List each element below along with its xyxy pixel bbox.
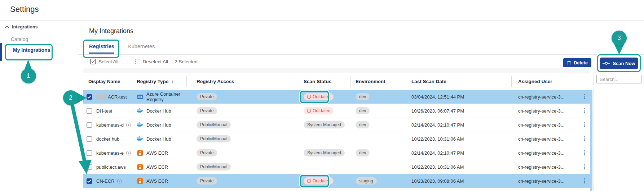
assigned-user: cn-registry-service-3... [518,164,565,170]
tab-registries[interactable]: Registries [89,44,114,54]
row-checkbox[interactable] [87,150,92,156]
delete-label: Delete [574,60,588,65]
cell-registry-type: Azure Container Registry [131,90,186,104]
col-header-scan-status[interactable]: Scan Status [298,73,350,90]
scan-status-outdated-badge: Outdated [304,93,334,100]
section-heading: My Integrations [89,27,133,35]
cell-environment: staging [350,174,406,188]
kebab-menu-icon[interactable] [582,177,587,185]
selection-toolbar: Select All Deselect All 2 Selected [90,59,198,64]
table-row[interactable]: ACR-testAzure Container RegistryPrivateO… [83,90,592,104]
row-checkbox[interactable] [87,122,92,128]
last-scan-date: 10/26/2023, 06:07:47 PM [411,108,464,114]
environment-badge: dev [356,149,370,156]
scan-status-outdated-badge: Outdated [304,107,334,114]
cell-assigned-user: cn-registry-service-3... [511,118,577,132]
display-name: CN-ECR [96,178,115,184]
col-header-last-scan-date[interactable]: Last Scan Date [406,73,511,90]
sidebar-divider [78,21,78,191]
table-top-band [83,68,590,73]
kebab-menu-icon[interactable] [582,93,587,101]
row-checkbox[interactable] [87,164,92,170]
scan-now-button[interactable]: Scan Now [600,58,638,69]
callout-step-3: 3 [612,31,627,46]
kebab-menu-icon[interactable] [582,107,587,115]
table-body: ACR-testAzure Container RegistryPrivateO… [83,90,592,188]
environment-badge: staging [356,177,377,185]
registry-type-label: AWS ECR [146,164,168,170]
cell-registry-type: AWS ECR [131,146,186,160]
sidebar-section-integrations[interactable]: Integrations [5,24,38,29]
display-name: ACR-test [108,94,127,100]
cell-assigned-user: cn-registry-service-3... [511,104,577,118]
cell-display-name: kubernetes-ecr...i [83,146,131,160]
cell-registry-type: AWS ECR [131,160,186,174]
info-icon[interactable]: i [126,123,131,127]
row-checkbox[interactable] [87,94,92,100]
kebab-menu-icon[interactable] [582,121,587,129]
cell-registry-access: Private [186,90,298,104]
deselect-all-button[interactable]: Deselect All [135,59,168,64]
kebab-menu-icon[interactable] [582,163,587,171]
col-header-display-name[interactable]: Display Name [83,73,131,90]
outdated-icon [307,179,311,183]
registry-access-badge: Public/Manual [197,135,231,142]
col-header-actions [577,73,592,90]
cell-environment: dev [350,104,406,118]
cell-registry-access: Private [186,104,298,118]
display-name: DH-test [96,108,112,114]
assigned-user: cn-registry-service-3... [518,94,565,100]
cell-display-name: docker hub [83,132,131,146]
col-header-registry-type[interactable]: Registry Type↑ [131,73,186,90]
kebab-menu-icon[interactable] [582,149,587,157]
table-header-row: Display Name Registry Type↑ Registry Acc… [83,73,592,90]
cell-display-name: public.ecr.aws [83,160,131,174]
delete-button[interactable]: Delete [563,58,591,67]
cell-scan-status [298,160,350,174]
cell-last-scan-date: 10/22/2023, 10:31:06 AM [406,160,511,174]
table-row[interactable]: kubernetes-do...iDocker HubPublic/Manual… [83,118,592,132]
kebab-menu-icon[interactable] [582,135,587,143]
table-row[interactable]: kubernetes-ecr...iAWS ECRPrivateSystem-M… [83,146,592,160]
col-header-assigned-user[interactable]: Assigned User [511,73,577,90]
assigned-user: cn-registry-service-3... [518,136,565,142]
scan-status-badge: System-Managed [304,121,345,128]
outdated-icon [307,95,311,99]
environment-badge: dev [356,107,370,114]
info-icon[interactable]: i [126,151,131,155]
cell-registry-access: Private [186,174,298,188]
col-header-registry-access[interactable]: Registry Access [186,73,298,90]
col-header-environment[interactable]: Environment [350,73,406,90]
search-input[interactable] [596,75,642,83]
registry-access-badge: Private [197,177,217,185]
cell-last-scan-date: 02/14/2024, 02:10:47 PM [406,118,511,132]
cell-scan-status: Outdated [298,104,350,118]
last-scan-date: 10/22/2023, 10:31:06 AM [411,164,464,170]
row-checkbox[interactable] [87,108,92,114]
cell-assigned-user: cn-registry-service-3... [511,146,577,160]
row-checkbox[interactable] [87,136,92,142]
assigned-user: cn-registry-service-3... [518,178,565,184]
vertical-scrollbar[interactable] [590,91,592,191]
last-scan-date: 03/04/2024, 12:51:44 PM [411,94,464,100]
sort-asc-icon[interactable]: ↑ [171,79,174,84]
sidebar-item-my-integrations[interactable]: My Integrations [13,47,50,53]
select-all-button[interactable]: Select All [90,59,119,64]
tab-kubernetes[interactable]: Kubernetes [128,44,155,54]
environment-badge: dev [356,121,370,128]
cell-last-scan-date: 02/14/2024, 02:10:47 PM [406,146,511,160]
table-row[interactable]: DH-testDocker HubPrivateOutdateddev10/26… [83,104,592,118]
aws-ecr-icon [137,150,144,156]
scan-now-label: Scan Now [613,61,635,66]
cell-registry-access: Public/Manual [186,118,298,132]
registry-type-label: Docker Hub [146,108,171,114]
scan-icon [603,62,610,65]
cell-environment [350,160,406,174]
sidebar-item-catalog[interactable]: Catalog [11,36,28,42]
row-checkbox[interactable] [87,178,92,184]
cell-registry-type: Docker Hub [131,132,186,146]
info-icon[interactable]: i [117,179,122,183]
table-row[interactable]: CN-ECRiAWS ECRPrivateOutdatedstaging10/2… [83,174,592,188]
table-row[interactable]: docker hubDocker HubPublic/Manual10/22/2… [83,132,592,146]
table-row[interactable]: public.ecr.awsAWS ECRPublic/Manual10/22/… [83,160,592,174]
